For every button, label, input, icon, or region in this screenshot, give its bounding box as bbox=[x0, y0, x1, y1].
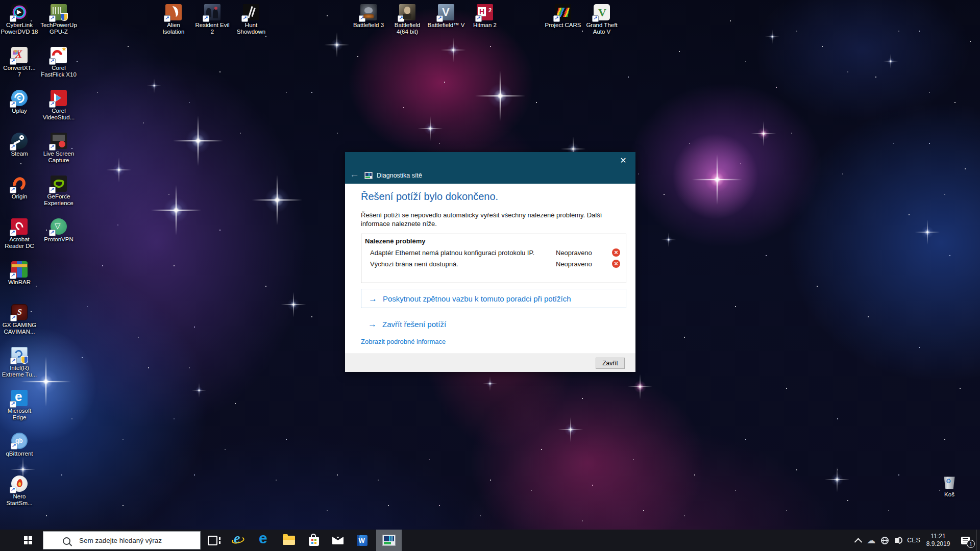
start-button[interactable] bbox=[15, 530, 41, 551]
shortcut-arrow-icon bbox=[10, 272, 16, 279]
desktop-icon-project-cars[interactable]: Project CARS bbox=[544, 3, 582, 46]
close-troubleshooter-link[interactable]: → Zavřít řešení potíží bbox=[361, 316, 626, 332]
origin-icon bbox=[11, 176, 28, 192]
grand-theft-auto-v-icon bbox=[594, 4, 610, 20]
issues-table: Nalezené problémy Adaptér Ethernet nemá … bbox=[361, 234, 626, 283]
search-input[interactable] bbox=[78, 536, 198, 545]
close-troubleshooter-label: Zavřít řešení potíží bbox=[382, 320, 446, 329]
desktop-icon-battlefield-3[interactable]: Battlefield 3 bbox=[349, 3, 388, 46]
show-desktop-button[interactable] bbox=[976, 530, 980, 551]
steam-icon bbox=[11, 133, 28, 149]
project-cars-icon bbox=[555, 4, 571, 20]
close-button[interactable]: Zavřít bbox=[596, 358, 625, 369]
star-flare bbox=[564, 422, 578, 437]
star-field bbox=[0, 0, 1, 1]
battlefield-v-icon bbox=[438, 4, 454, 20]
live-screen-capture-icon bbox=[51, 133, 67, 149]
star-flare bbox=[486, 380, 495, 388]
shortcut-arrow-icon bbox=[164, 15, 170, 22]
star-flare bbox=[423, 121, 438, 136]
dialog-footer: Zavřít bbox=[345, 354, 635, 372]
action-center-button[interactable]: 1 bbox=[954, 530, 976, 551]
desktop-icon-qbittorrent[interactable]: qBittorrent bbox=[0, 432, 39, 474]
star-flare bbox=[161, 195, 191, 225]
desktop-icon-origin[interactable]: Origin bbox=[0, 174, 39, 217]
file-explorer-button[interactable] bbox=[277, 530, 301, 551]
system-tray: ☁ CES 11:21 8.9.2019 1 bbox=[851, 530, 980, 551]
desktop-icon-convertxtodvd[interactable]: ConvertXT...7 bbox=[0, 46, 39, 89]
edge-icon bbox=[257, 533, 271, 547]
network-diagnostics-task-button[interactable] bbox=[376, 530, 402, 551]
desktop: CyberLinkPowerDVD 18 ConvertXT...7 Uplay… bbox=[0, 0, 980, 551]
feedback-link[interactable]: → Poskytnout zpětnou vazbu k tomuto pora… bbox=[361, 289, 626, 308]
desktop-icon-alien-isolation[interactable]: AlienIsolation bbox=[154, 3, 193, 46]
protonvpn-icon bbox=[51, 218, 67, 235]
task-view-button[interactable] bbox=[201, 530, 224, 551]
star-flare bbox=[150, 82, 159, 90]
desktop-icon-hunt-showdown[interactable]: HuntShowdown bbox=[232, 3, 271, 46]
shortcut-arrow-icon bbox=[49, 187, 56, 193]
taskbar-search[interactable] bbox=[43, 531, 201, 549]
tray-overflow-button[interactable] bbox=[851, 530, 865, 551]
desktop-icon-hitman-2[interactable]: Hitman 2 bbox=[465, 3, 504, 46]
error-status-icon bbox=[612, 248, 620, 257]
microsoft-store-button[interactable] bbox=[302, 530, 326, 551]
desktop-icon-row-games-3: Project CARS Grand TheftAuto V bbox=[544, 3, 621, 46]
chevron-up-icon bbox=[854, 538, 862, 546]
desktop-icon-steam[interactable]: Steam bbox=[0, 132, 39, 174]
word-icon bbox=[357, 535, 368, 546]
link-arrow-icon: → bbox=[368, 320, 377, 329]
dialog-close-icon[interactable]: ✕ bbox=[615, 155, 631, 167]
desktop-icon-corel-fastflick[interactable]: CorelFastFlick X10 bbox=[39, 46, 78, 89]
taskbar-clock[interactable]: 11:21 8.9.2019 bbox=[922, 530, 954, 551]
internet-explorer-button[interactable] bbox=[226, 530, 251, 551]
hunt-showdown-icon bbox=[243, 4, 259, 20]
network-diagnostics-app-icon bbox=[364, 172, 373, 179]
shortcut-arrow-icon bbox=[49, 230, 56, 236]
desktop-icon-battlefield-4[interactable]: Battlefield4(64 bit) bbox=[388, 3, 427, 46]
desktop-icon-nero-startsmart[interactable]: NeroStartSm... bbox=[0, 474, 39, 517]
cloud-icon: ☁ bbox=[867, 536, 876, 545]
desktop-icon-uplay[interactable]: Uplay bbox=[0, 89, 39, 132]
desktop-icon-resident-evil-2[interactable]: Resident Evil2 bbox=[193, 3, 232, 46]
network-tray-button[interactable] bbox=[878, 530, 891, 551]
desktop-icon-corel-videostudio[interactable]: CorelVideoStud... bbox=[39, 89, 78, 132]
desktop-icon-gx-gaming[interactable]: GX GAMINGCAVIMAN... bbox=[0, 303, 39, 346]
desktop-icon-techpowerup-gpuz[interactable]: TechPowerUpGPU-Z bbox=[39, 3, 78, 46]
shortcut-arrow-icon bbox=[10, 58, 16, 65]
desktop-icon-live-screen-capture[interactable]: Live ScreenCapture bbox=[39, 132, 78, 174]
desktop-icon-cyberlink-powerdvd[interactable]: CyberLinkPowerDVD 18 bbox=[0, 3, 39, 46]
detailed-info-link[interactable]: Zobrazit podrobné informace bbox=[361, 338, 446, 345]
globe-no-internet-icon bbox=[881, 537, 889, 544]
desktop-icon-grand-theft-auto-v[interactable]: Grand TheftAuto V bbox=[582, 3, 621, 46]
issue-status: Neopraveno bbox=[556, 260, 592, 268]
feedback-link-label: Poskytnout zpětnou vazbu k tomuto poradc… bbox=[383, 294, 571, 303]
mail-button[interactable] bbox=[327, 530, 349, 551]
desktop-icon-acrobat-reader[interactable]: AcrobatReader DC bbox=[0, 217, 39, 260]
desktop-icon-battlefield-v[interactable]: Battlefield™ V bbox=[427, 3, 465, 46]
desktop-icon-winrar[interactable]: WinRAR bbox=[0, 260, 39, 303]
desktop-icon-geforce-experience[interactable]: GeForceExperience bbox=[39, 174, 78, 217]
shortcut-arrow-icon bbox=[49, 58, 56, 65]
star-flare bbox=[195, 386, 204, 395]
shortcut-arrow-icon bbox=[49, 15, 56, 22]
language-indicator[interactable]: CES bbox=[905, 530, 922, 551]
error-status-icon bbox=[612, 260, 620, 268]
issue-row: Adaptér Ethernet nemá platnou konfigurac… bbox=[361, 247, 626, 258]
onedrive-tray-button[interactable]: ☁ bbox=[865, 530, 878, 551]
star-flare bbox=[262, 185, 292, 215]
hitman-2-icon bbox=[477, 4, 493, 20]
shortcut-arrow-icon bbox=[49, 144, 56, 151]
shortcut-arrow-icon bbox=[10, 358, 17, 364]
shortcut-arrow-icon bbox=[203, 15, 209, 22]
edge-button[interactable] bbox=[252, 530, 276, 551]
desktop-icon-microsoft-edge[interactable]: MicrosoftEdge bbox=[0, 389, 39, 432]
battlefield-3-icon bbox=[360, 4, 377, 20]
desktop-icon-protonvpn[interactable]: ProtonVPN bbox=[39, 217, 78, 260]
volume-tray-button[interactable] bbox=[891, 530, 905, 551]
desktop-icon-intel-extreme-tuning[interactable]: Intel(R)Extreme Tu... bbox=[0, 346, 39, 389]
desktop-icon-recycle-bin[interactable]: Koš bbox=[930, 472, 969, 515]
windows-logo-icon bbox=[24, 536, 32, 544]
star-flare bbox=[920, 225, 935, 240]
word-button[interactable] bbox=[350, 530, 374, 551]
